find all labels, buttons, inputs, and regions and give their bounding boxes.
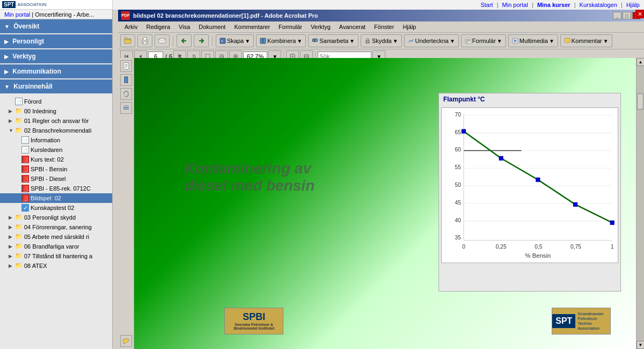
toolbar-forward[interactable] xyxy=(194,34,209,47)
toolbar-print[interactable] xyxy=(137,34,152,47)
tree-kursledaren[interactable]: 📄 Kursledaren xyxy=(0,145,112,155)
pdf-menubar: Arkiv Redigera Visa Dokument Kommentarer… xyxy=(118,21,644,33)
spt-logo-text: SPT xyxy=(552,314,575,328)
tree-forord[interactable]: 📄 Förord xyxy=(0,97,112,106)
scroll-down-button[interactable]: ▼ xyxy=(636,341,644,349)
main-close-button[interactable]: ✕ xyxy=(635,10,644,18)
menu-verktyg[interactable]: Verktyg xyxy=(306,23,335,31)
tree-kunskapstest[interactable]: ✓ Kunskapstest 02 xyxy=(0,203,112,213)
toolbar-skydda[interactable]: Skydda ▼ xyxy=(361,34,402,47)
doc-icon: 📄 xyxy=(15,98,23,105)
nav-start[interactable]: Start xyxy=(480,2,493,8)
scroll-track[interactable] xyxy=(636,66,644,341)
svg-text:0,25: 0,25 xyxy=(496,244,507,250)
nav-sep-3: | xyxy=(574,2,576,8)
folder-icon-07: 📁 xyxy=(15,252,23,260)
scroll-up-button[interactable]: ▲ xyxy=(636,58,644,66)
toolbar-samarbeta[interactable]: Samarbeta ▼ xyxy=(308,34,358,47)
toolbar-formular[interactable]: Formulär ▼ xyxy=(461,34,506,47)
nav-kurskatalogen[interactable]: Kurskatalogen xyxy=(580,2,617,8)
svg-rect-5 xyxy=(159,39,165,43)
menu-visa[interactable]: Visa xyxy=(174,23,194,31)
folder-icon-04: 📁 xyxy=(15,223,23,231)
tree-08[interactable]: ▶ 📁 08 ATEX xyxy=(0,261,112,271)
nav-mina-kurser[interactable]: Mina kurser xyxy=(537,2,570,8)
svg-rect-8 xyxy=(260,38,263,43)
nav-min-portal[interactable]: Min portal xyxy=(502,2,528,8)
folder-icon: 📁 xyxy=(15,107,23,115)
tree-02[interactable]: ▼ 📁 02 Branschrekommendati xyxy=(0,126,112,135)
menu-avancerat[interactable]: Avancerat xyxy=(335,23,370,31)
menu-formular[interactable]: Formulär xyxy=(274,23,306,31)
svg-text:50: 50 xyxy=(455,182,461,188)
toolbar-skapa[interactable]: + Skapa ▼ xyxy=(216,34,254,47)
pdf-slide-content: Kontaminering av diesel med bensin Flamp… xyxy=(134,58,636,349)
tree-04[interactable]: ▶ 📁 04 Föroreningar, sanering xyxy=(0,222,112,232)
svg-text:35: 35 xyxy=(455,235,461,241)
tree-07[interactable]: ▶ 📁 07 Tillstånd till hantering a xyxy=(0,251,112,261)
doc-icon-kurs: 📄 xyxy=(21,146,29,154)
pdf-icon-diesel: 📕 xyxy=(21,175,29,183)
menu-arkiv[interactable]: Arkiv xyxy=(120,23,142,31)
panel-comments[interactable] xyxy=(120,335,132,347)
toolbar-back[interactable] xyxy=(177,34,192,47)
folder-icon-03: 📁 xyxy=(15,214,23,221)
svg-text:60: 60 xyxy=(455,147,461,153)
main-area: PDF bildspel 02 branschrekommendationer[… xyxy=(113,10,644,349)
maximize-button[interactable]: □ xyxy=(623,12,631,19)
menu-dokument[interactable]: Dokument xyxy=(194,23,230,31)
sidebar-item-verktyg[interactable]: ▶ Verktyg xyxy=(0,49,112,63)
panel-pages[interactable] xyxy=(120,60,132,72)
breadcrumb-link-1[interactable]: Min portal xyxy=(4,11,30,18)
sidebar-item-kommunikation[interactable]: ▶ Kommunikation xyxy=(0,64,112,78)
panel-bookmarks[interactable] xyxy=(120,74,132,86)
tree-spbi-diesel[interactable]: 📕 SPBI - Diesel xyxy=(0,174,112,184)
menu-kommentarer[interactable]: Kommentarer xyxy=(230,23,274,31)
tree-03[interactable]: ▶ 📁 03 Personligt skydd xyxy=(0,213,112,222)
menu-redigera[interactable]: Redigera xyxy=(142,23,174,31)
spt-assoc-logo: SPT Scandinavian Petroleum Technic Assoc… xyxy=(552,308,611,335)
minimize-button[interactable]: _ xyxy=(613,12,621,19)
tree-06[interactable]: ▶ 📁 06 Brandfarliga varor xyxy=(0,242,112,251)
menu-hjalp[interactable]: Hjälp xyxy=(398,23,420,31)
nav-hjalp[interactable]: Hjälp xyxy=(626,2,640,8)
nav-sep-2: | xyxy=(532,2,533,8)
sidebar-item-personligt[interactable]: ▶ Personligt xyxy=(0,34,112,48)
toolbar-open[interactable] xyxy=(120,34,135,47)
toolbar-multimedia[interactable]: Multimedia ▼ xyxy=(508,34,558,47)
kursinnehall-arrow: ▼ xyxy=(4,84,10,90)
personligt-label: Personligt xyxy=(12,38,44,45)
svg-text:0,5: 0,5 xyxy=(535,244,543,250)
tree-spbi-bensin[interactable]: 📕 SPBI - Bensin xyxy=(0,164,112,174)
tree-05[interactable]: ▶ 📁 05 Arbete med särskild ri xyxy=(0,232,112,242)
toolbar-sep-2 xyxy=(212,35,213,46)
svg-rect-15 xyxy=(466,39,470,40)
svg-rect-64 xyxy=(499,156,503,161)
tree-bildspel[interactable]: 📕 Bildspel: 02 xyxy=(0,193,112,203)
toolbar-underteckna[interactable]: Underteckna ▼ xyxy=(404,34,459,47)
pdf-icon-bildspel: 📕 xyxy=(21,194,29,202)
svg-rect-38 xyxy=(123,105,129,106)
sidebar-item-kursinnehall[interactable]: ▼ Kursinnehåll xyxy=(0,79,112,93)
oversikt-label: Översikt xyxy=(13,23,39,30)
panel-layers[interactable] xyxy=(120,102,132,114)
tree-01[interactable]: ▶ 📁 01 Regler och ansvar för xyxy=(0,116,112,126)
verktyg-arrow: ▶ xyxy=(4,54,9,60)
menu-fonster[interactable]: Fönster xyxy=(370,23,398,31)
panel-attachments[interactable] xyxy=(120,88,132,100)
oversikt-arrow: ▼ xyxy=(4,24,10,30)
toolbar-email[interactable] xyxy=(155,34,170,47)
toolbar-kombinera[interactable]: Kombinera ▼ xyxy=(256,34,306,47)
pdf-page: Kontaminering av diesel med bensin Flamp… xyxy=(134,58,636,349)
spt-assoc-subtitle: Scandinavian Petroleum Technic Associati… xyxy=(577,311,610,331)
tree-information[interactable]: 📄 Information xyxy=(0,135,112,145)
tree-kurstext[interactable]: 📕 Kurs text: 02 xyxy=(0,155,112,164)
svg-rect-9 xyxy=(263,38,266,43)
tree-00[interactable]: ▶ 📁 00 Inledning xyxy=(0,106,112,116)
toolbar-kommentar[interactable]: Kommentar ▼ xyxy=(560,34,612,47)
scroll-thumb[interactable] xyxy=(637,93,643,110)
sidebar-item-oversikt[interactable]: ▼ Översikt xyxy=(0,19,112,33)
tree-spbi-e85[interactable]: 📕 SPBI - E85-rek. 0712C xyxy=(0,184,112,193)
pdf-scrollbar[interactable]: ▲ ▼ xyxy=(636,58,644,349)
svg-text:40: 40 xyxy=(455,217,461,223)
